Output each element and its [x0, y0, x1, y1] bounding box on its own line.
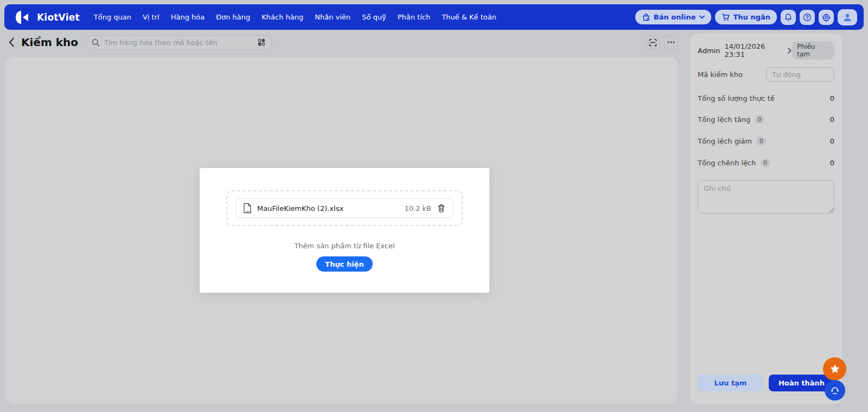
inventory-code-input[interactable] — [766, 67, 834, 82]
sidebar-footer: Lưu tạm Hoàn thành — [698, 375, 834, 391]
barcode-scan-icon — [649, 38, 657, 47]
nav-item-khach-hang[interactable]: Khách hàng — [261, 13, 303, 21]
product-search-box — [86, 35, 272, 50]
total-actual-row: Tổng số lượng thực tế 0 — [698, 94, 834, 102]
ban-online-button[interactable]: Bán online — [635, 10, 711, 24]
trash-icon — [437, 204, 445, 213]
kiotviet-logo[interactable]: KiotViet — [15, 10, 80, 24]
total-diff-row: Tổng chênh lệch 0 0 — [698, 158, 834, 168]
uploaded-file-card: XLS MauFileKiemKho (2).xlsx 10.2 kB — [235, 198, 454, 218]
decrease-diff-badge: 0 — [756, 137, 766, 146]
product-grid-button[interactable] — [257, 37, 266, 47]
grid-icon — [258, 38, 265, 46]
scan-barcode-button[interactable] — [646, 35, 660, 49]
nav-item-nhan-vien[interactable]: Nhân viên — [315, 13, 350, 21]
chevron-down-icon — [699, 15, 705, 19]
xls-file-icon: XLS — [242, 203, 252, 214]
more-options-button[interactable] — [664, 35, 678, 49]
kiotviet-logo-icon — [15, 10, 31, 24]
code-label: Mã kiểm kho — [698, 70, 743, 79]
brand-name: KiotViet — [37, 12, 80, 23]
upload-hint-text: Thêm sản phẩm từ file Excel — [226, 242, 463, 250]
decrease-diff-value: 0 — [830, 137, 834, 145]
header-actions — [646, 35, 685, 49]
ban-online-label: Bán online — [654, 13, 696, 21]
headset-icon — [829, 385, 840, 396]
nav-item-tong-quan[interactable]: Tổng quan — [94, 13, 131, 21]
execute-button[interactable]: Thực hiện — [316, 256, 372, 272]
total-diff-label: Tổng chênh lệch — [698, 159, 756, 167]
notifications-button[interactable] — [781, 10, 796, 25]
page-header: Kiểm kho — [5, 33, 685, 52]
support-fab[interactable] — [825, 380, 845, 401]
thu-ngan-label: Thu ngân — [733, 13, 771, 21]
avatar-icon — [842, 12, 853, 23]
nav-item-don-hang[interactable]: Đơn hàng — [216, 13, 250, 21]
nav-item-so-quy[interactable]: Sổ quỹ — [362, 13, 386, 21]
search-icon — [92, 38, 100, 47]
bell-icon — [784, 13, 793, 22]
increase-diff-value: 0 — [830, 115, 834, 124]
chevron-left-icon — [9, 37, 15, 47]
increase-diff-badge: 0 — [755, 115, 764, 124]
rewards-fab[interactable] — [823, 357, 846, 381]
user-avatar[interactable] — [838, 9, 857, 25]
more-icon — [667, 41, 675, 43]
remove-file-button[interactable] — [436, 203, 446, 214]
nav-menu: Tổng quan Vị trí Hàng hóa Đơn hàng Khách… — [94, 13, 496, 21]
file-name: MauFileKiemKho (2).xlsx — [257, 204, 343, 213]
nav-item-vi-tri[interactable]: Vị trí — [143, 13, 159, 21]
cart-icon — [722, 13, 730, 22]
user-name[interactable]: Admin — [698, 47, 720, 55]
increase-diff-label: Tổng lệch tăng — [698, 115, 750, 124]
nav-item-thue-ke-toan[interactable]: Thuế & Kế toán — [442, 13, 496, 21]
help-button[interactable] — [800, 10, 815, 25]
star-icon — [829, 363, 841, 375]
total-diff-badge: 0 — [761, 158, 770, 168]
note-textarea[interactable] — [698, 180, 834, 214]
decrease-diff-row: Tổng lệch giảm 0 0 — [698, 137, 834, 146]
svg-text:XLS: XLS — [246, 210, 251, 213]
file-dropzone[interactable]: XLS MauFileKiemKho (2).xlsx 10.2 kB — [226, 190, 463, 226]
file-size: 10.2 kB — [404, 204, 431, 213]
datetime-value[interactable]: 14/01/2026 23:31 — [724, 42, 786, 59]
nav-item-phan-tich[interactable]: Phân tích — [398, 13, 431, 21]
total-actual-value: 0 — [830, 94, 834, 102]
top-navbar: KiotViet Tổng quan Vị trí Hàng hóa Đơn h… — [4, 4, 864, 30]
total-actual-label: Tổng số lượng thực tế — [698, 94, 775, 102]
page-title: Kiểm kho — [21, 36, 78, 49]
gear-icon — [822, 13, 831, 22]
total-diff-value: 0 — [830, 159, 834, 167]
save-temp-button[interactable]: Lưu tạm — [698, 375, 763, 391]
nav-actions: Bán online Thu ngân — [635, 9, 857, 25]
chevron-right-icon[interactable] — [788, 48, 792, 54]
code-row: Mã kiểm kho — [698, 67, 834, 82]
nav-item-hang-hoa[interactable]: Hàng hóa — [171, 13, 205, 21]
question-icon — [803, 13, 812, 22]
settings-button[interactable] — [819, 10, 834, 25]
excel-upload-modal: XLS MauFileKiemKho (2).xlsx 10.2 kB Thêm… — [200, 168, 489, 293]
status-badge: Phiếu tạm — [792, 41, 834, 60]
shopping-bag-plus-icon — [642, 13, 650, 22]
sidebar-header: Admin 14/01/2026 23:31 Phiếu tạm — [698, 41, 834, 60]
thu-ngan-button[interactable]: Thu ngân — [715, 10, 777, 24]
decrease-diff-label: Tổng lệch giảm — [698, 137, 752, 145]
search-input[interactable] — [104, 38, 252, 47]
back-button[interactable] — [5, 35, 18, 49]
order-summary-sidebar: Admin 14/01/2026 23:31 Phiếu tạm Mã kiểm… — [690, 34, 842, 404]
increase-diff-row: Tổng lệch tăng 0 0 — [698, 115, 834, 124]
